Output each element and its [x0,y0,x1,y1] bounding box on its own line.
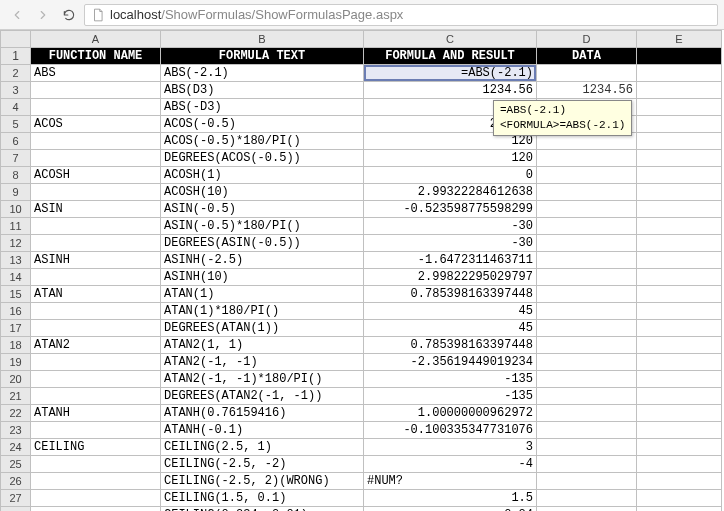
cell[interactable]: ACOSH [31,167,161,184]
cell[interactable]: -0.523598775598299 [364,201,537,218]
cell[interactable]: -4 [364,456,537,473]
cell[interactable]: DATA [537,48,637,65]
cell[interactable]: ATAN2 [31,337,161,354]
cell[interactable] [637,218,722,235]
row-header-13[interactable]: 13 [1,252,31,269]
cell[interactable] [537,422,637,439]
row-header-27[interactable]: 27 [1,490,31,507]
cell[interactable] [637,65,722,82]
cell[interactable]: ACOS [31,116,161,133]
cell[interactable] [637,286,722,303]
row-header-25[interactable]: 25 [1,456,31,473]
row-header-24[interactable]: 24 [1,439,31,456]
cell[interactable] [537,388,637,405]
cell[interactable] [637,150,722,167]
cell[interactable]: DEGREES(ASIN(-0.5)) [161,235,364,252]
cell[interactable]: 45 [364,320,537,337]
cell[interactable]: -2.35619449019234 [364,354,537,371]
cell[interactable]: FORMULA TEXT [161,48,364,65]
cell[interactable]: ATAN2(-1, -1)*180/PI() [161,371,364,388]
cell[interactable] [31,456,161,473]
cell[interactable]: 1.5 [364,490,537,507]
cell[interactable]: -135 [364,371,537,388]
cell[interactable] [31,133,161,150]
cell[interactable]: ABS [31,65,161,82]
cell[interactable] [537,184,637,201]
row-header-10[interactable]: 10 [1,201,31,218]
row-header-20[interactable]: 20 [1,371,31,388]
cell[interactable]: ATANH [31,405,161,422]
cell[interactable] [537,456,637,473]
cell[interactable] [537,150,637,167]
cell[interactable]: 0.785398163397448 [364,337,537,354]
cell[interactable] [637,371,722,388]
col-header-C[interactable]: C [364,31,537,48]
cell[interactable]: 45 [364,303,537,320]
cell[interactable] [637,82,722,99]
back-button[interactable] [6,4,28,26]
cell[interactable]: ABS(D3) [161,82,364,99]
cell[interactable]: DEGREES(ATAN(1)) [161,320,364,337]
cell[interactable] [537,371,637,388]
cell[interactable]: ABS(-2.1) [161,65,364,82]
cell[interactable]: -135 [364,388,537,405]
cell[interactable]: 0.785398163397448 [364,286,537,303]
cell[interactable] [537,201,637,218]
cell[interactable]: CEILING(1.5, 0.1) [161,490,364,507]
cell[interactable]: 1.00000000962972 [364,405,537,422]
cell[interactable]: CEILING(-2.5, 2)(WRONG) [161,473,364,490]
cell[interactable] [31,150,161,167]
cell[interactable] [31,99,161,116]
row-header-8[interactable]: 8 [1,167,31,184]
cell[interactable] [537,286,637,303]
row-header-12[interactable]: 12 [1,235,31,252]
cell[interactable] [537,337,637,354]
col-header-B[interactable]: B [161,31,364,48]
address-bar[interactable]: localhost/ShowFormulas/ShowFormulasPage.… [84,4,718,26]
cell[interactable] [637,320,722,337]
cell[interactable] [31,235,161,252]
cell[interactable] [537,354,637,371]
cell[interactable]: ASIN [31,201,161,218]
cell[interactable] [31,354,161,371]
cell[interactable] [31,218,161,235]
cell[interactable]: 0 [364,167,537,184]
cell[interactable]: ABS(-D3) [161,99,364,116]
col-header-E[interactable]: E [637,31,722,48]
row-header-19[interactable]: 19 [1,354,31,371]
cell[interactable] [637,337,722,354]
row-header-6[interactable]: 6 [1,133,31,150]
cell[interactable]: ATANH(0.76159416) [161,405,364,422]
row-header-14[interactable]: 14 [1,269,31,286]
cell[interactable]: ATAN2(1, 1) [161,337,364,354]
cell[interactable]: ASINH [31,252,161,269]
cell[interactable]: CEILING [31,439,161,456]
cell[interactable] [637,184,722,201]
cell[interactable]: CEILING(-2.5, -2) [161,456,364,473]
row-header-7[interactable]: 7 [1,150,31,167]
cell[interactable] [31,388,161,405]
col-header-A[interactable]: A [31,31,161,48]
cell[interactable] [637,473,722,490]
row-header-1[interactable]: 1 [1,48,31,65]
row-header-22[interactable]: 22 [1,405,31,422]
row-header-9[interactable]: 9 [1,184,31,201]
row-header-11[interactable]: 11 [1,218,31,235]
cell[interactable]: -0.100335347731076 [364,422,537,439]
cell[interactable] [537,218,637,235]
cell[interactable] [537,473,637,490]
cell[interactable]: 1234.56 [537,82,637,99]
cell[interactable] [637,167,722,184]
cell[interactable]: 120 [364,150,537,167]
cell[interactable]: ASINH(-2.5) [161,252,364,269]
cell[interactable] [637,116,722,133]
select-all-corner[interactable] [1,31,31,48]
cell[interactable]: ASINH(10) [161,269,364,286]
row-header-18[interactable]: 18 [1,337,31,354]
cell[interactable] [637,507,722,512]
row-header-26[interactable]: 26 [1,473,31,490]
cell[interactable]: 2.99822295029797 [364,269,537,286]
cell[interactable] [537,269,637,286]
forward-button[interactable] [32,4,54,26]
cell[interactable] [637,439,722,456]
